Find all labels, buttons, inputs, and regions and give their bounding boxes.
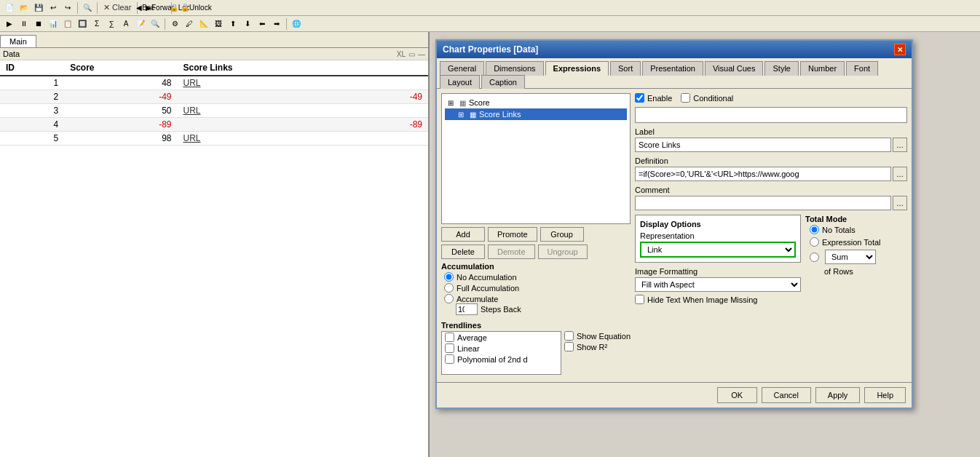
tab-visual-cues[interactable]: Visual Cues xyxy=(705,61,764,76)
demote-button[interactable]: Demote xyxy=(488,245,535,259)
tab-number[interactable]: Number xyxy=(800,61,845,76)
close-icon[interactable]: — xyxy=(418,50,425,58)
enable-checkbox[interactable] xyxy=(635,93,644,103)
resize-icon[interactable]: ▭ xyxy=(408,50,415,58)
radio-accum-input[interactable] xyxy=(444,294,454,303)
conditional-check-label[interactable]: Conditional xyxy=(681,93,733,103)
check-poly[interactable] xyxy=(445,354,454,364)
trendlines-list[interactable]: Average Linear Polynomial of 2nd d xyxy=(441,331,561,375)
radio-no-accumulation[interactable]: No Accumulation xyxy=(444,272,631,282)
tab-dimensions[interactable]: Dimensions xyxy=(486,61,543,76)
t2-btn15[interactable]: 🖼 xyxy=(212,17,225,31)
forward-btn[interactable]: ▶ Forward xyxy=(155,1,168,15)
t2-btn20[interactable]: 🌐 xyxy=(290,17,303,31)
tab-sort[interactable]: Sort xyxy=(610,61,641,76)
sum-select[interactable]: Sum xyxy=(825,250,876,264)
t2-btn13[interactable]: 🖊 xyxy=(183,17,196,31)
check-average[interactable] xyxy=(445,333,454,342)
tab-font[interactable]: Font xyxy=(846,61,878,76)
tab-caption[interactable]: Caption xyxy=(481,75,525,89)
t2-btn4[interactable]: 📊 xyxy=(47,17,60,31)
t2-btn6[interactable]: 🔲 xyxy=(76,17,89,31)
t2-btn19[interactable]: ➡ xyxy=(270,17,283,31)
radio-expression-total[interactable]: Expression Total xyxy=(810,237,907,247)
tab-layout[interactable]: Layout xyxy=(440,75,480,89)
redo-btn[interactable]: ↪ xyxy=(61,1,74,15)
promote-button[interactable]: Promote xyxy=(488,227,537,242)
radio-no-totals[interactable]: No Totals xyxy=(810,225,907,234)
t2-btn14[interactable]: 📐 xyxy=(197,17,210,31)
delete-button[interactable]: Delete xyxy=(441,245,485,259)
t2-btn18[interactable]: ⬅ xyxy=(256,17,269,31)
dialog-close-button[interactable]: ✕ xyxy=(894,44,906,55)
open-btn[interactable]: 📂 xyxy=(17,1,31,15)
trendline-poly[interactable]: Polynomial of 2nd d xyxy=(442,354,561,365)
hide-text-check[interactable] xyxy=(635,295,644,304)
radio-no-totals-input[interactable] xyxy=(810,225,819,234)
t2-btn7[interactable]: Σ xyxy=(90,17,103,31)
tree-expand-score-links[interactable]: ⊞ xyxy=(458,111,467,119)
radio-no-accum-input[interactable] xyxy=(444,272,454,282)
t2-btn2[interactable]: ⏸ xyxy=(17,17,31,31)
tab-general[interactable]: General xyxy=(440,61,484,76)
trendline-average[interactable]: Average xyxy=(442,332,561,343)
t2-btn3[interactable]: ⏹ xyxy=(32,17,45,31)
cell-link[interactable]: URL xyxy=(177,132,370,146)
t2-btn8[interactable]: ∑ xyxy=(105,17,118,31)
radio-sum-input[interactable] xyxy=(810,253,819,262)
hide-text-row[interactable]: Hide Text When Image Missing xyxy=(635,295,801,304)
radio-accumulate[interactable]: Accumulate xyxy=(444,294,631,303)
definition-expand-btn[interactable]: … xyxy=(893,167,907,181)
show-equation-check[interactable] xyxy=(564,331,574,341)
ungroup-button[interactable]: Ungroup xyxy=(538,245,588,259)
cancel-button[interactable]: Cancel xyxy=(762,387,811,403)
radio-full-accum-input[interactable] xyxy=(444,283,454,293)
xl-icon[interactable]: XL xyxy=(397,50,406,58)
expression-tree[interactable]: ⊞ ▦ Score ⊞ ▦ Score Links xyxy=(441,93,631,224)
radio-expr-total-input[interactable] xyxy=(810,237,819,247)
main-tab[interactable]: Main xyxy=(0,35,36,47)
cell-link[interactable]: URL xyxy=(177,76,370,90)
t2-btn11[interactable]: 🔍 xyxy=(149,17,162,31)
tab-presentation[interactable]: Presentation xyxy=(642,61,703,76)
ok-button[interactable]: OK xyxy=(717,387,757,403)
label-input[interactable] xyxy=(635,138,891,152)
comment-expand-btn[interactable]: … xyxy=(893,196,907,210)
label-expand-btn[interactable]: … xyxy=(893,138,907,152)
tree-expand-score[interactable]: ⊞ xyxy=(448,99,457,107)
apply-button[interactable]: Apply xyxy=(815,387,861,403)
t2-btn5[interactable]: 📋 xyxy=(61,17,74,31)
help-button[interactable]: Help xyxy=(864,387,906,403)
check-linear[interactable] xyxy=(445,343,454,353)
cell-link[interactable]: URL xyxy=(177,104,370,118)
show-r2-row[interactable]: Show R² xyxy=(564,342,631,351)
tab-expressions[interactable]: Expressions xyxy=(545,61,609,76)
comment-input[interactable] xyxy=(635,196,891,210)
enable-check-label[interactable]: Enable xyxy=(635,93,672,103)
representation-select[interactable]: Link Text Image Gauge Mini Chart xyxy=(641,243,794,256)
t2-btn1[interactable]: ▶ xyxy=(3,17,16,31)
conditional-input-bg[interactable] xyxy=(635,107,907,123)
t2-btn17[interactable]: ⬇ xyxy=(241,17,254,31)
radio-full-accumulation[interactable]: Full Accumulation xyxy=(444,283,631,293)
image-format-select[interactable]: Fill with Aspect Fill Fit Always Fit xyxy=(635,277,801,292)
dialog-title-bar[interactable]: Chart Properties [Data] ✕ xyxy=(437,41,912,58)
conditional-checkbox[interactable] xyxy=(681,93,690,103)
undo-btn[interactable]: ↩ xyxy=(47,1,60,15)
show-r2-check[interactable] xyxy=(564,342,574,351)
save-btn[interactable]: 💾 xyxy=(32,1,45,15)
t2-btn16[interactable]: ⬆ xyxy=(226,17,240,31)
radio-sum[interactable]: Sum xyxy=(810,250,907,264)
tree-item-score-links[interactable]: ⊞ ▦ Score Links xyxy=(445,108,627,120)
definition-input[interactable] xyxy=(635,167,891,181)
group-button[interactable]: Group xyxy=(540,227,584,242)
t2-btn9[interactable]: A xyxy=(119,17,133,31)
tree-item-score[interactable]: ⊞ ▦ Score xyxy=(445,97,627,108)
tab-style[interactable]: Style xyxy=(764,61,798,76)
t2-btn12[interactable]: ⚙ xyxy=(168,17,181,31)
add-button[interactable]: Add xyxy=(441,227,485,242)
show-equation-row[interactable]: Show Equation xyxy=(564,331,631,341)
steps-input[interactable] xyxy=(456,303,478,315)
search-btn[interactable]: 🔍 xyxy=(81,1,94,15)
trendline-linear[interactable]: Linear xyxy=(442,343,561,354)
